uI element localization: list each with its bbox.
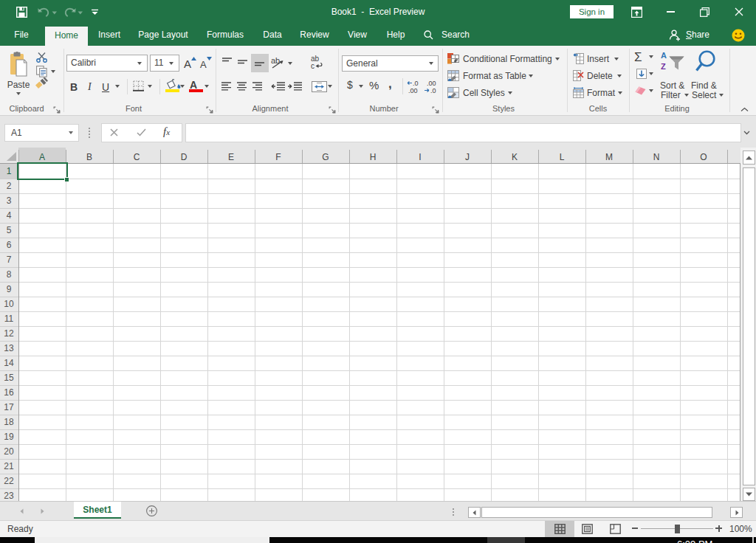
svg-text:c: c bbox=[311, 62, 315, 69]
svg-text:.00: .00 bbox=[427, 80, 436, 87]
svg-text:.0: .0 bbox=[430, 87, 436, 94]
svg-text:.00: .00 bbox=[408, 87, 418, 94]
svg-text:.0: .0 bbox=[413, 80, 419, 87]
